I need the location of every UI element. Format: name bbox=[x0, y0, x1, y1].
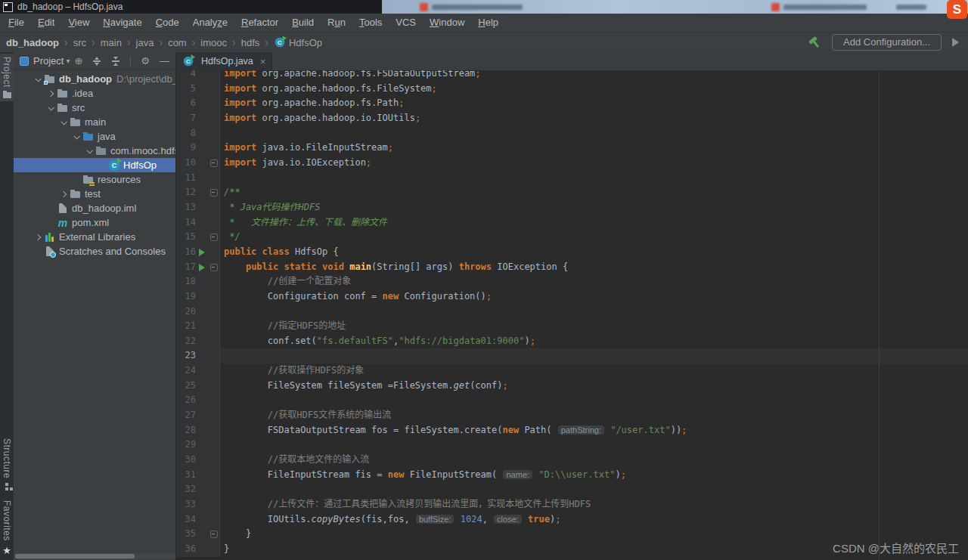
code-text[interactable]: IOUtils.copyBytes(fis,fos, buffSize: 102… bbox=[220, 512, 968, 528]
code-line-13[interactable]: 13 * Java代码操作HDFS bbox=[176, 200, 968, 215]
code-line-23[interactable]: 23 bbox=[176, 348, 968, 364]
code-line-10[interactable]: 10import java.io.IOException; bbox=[176, 156, 968, 171]
menu-item-code[interactable]: Code bbox=[149, 14, 186, 32]
hscrollbar-thumb[interactable] bbox=[15, 554, 135, 558]
fold-marker-icon[interactable] bbox=[208, 527, 220, 542]
menu-item-analyze[interactable]: Analyze bbox=[186, 14, 234, 32]
code-text[interactable] bbox=[220, 482, 968, 497]
tree-item-db-hadoop-iml[interactable]: db_hadoop.iml bbox=[14, 201, 175, 215]
stripe-project-tab[interactable]: Project bbox=[0, 54, 14, 101]
code-line-11[interactable]: 11 bbox=[176, 171, 968, 186]
code-line-25[interactable]: 25 FileSystem fileSystem =FileSystem.get… bbox=[176, 379, 968, 394]
breadcrumb-item-java[interactable]: java bbox=[136, 37, 154, 48]
code-line-20[interactable]: 20 bbox=[176, 305, 968, 320]
run-icon[interactable] bbox=[952, 38, 959, 47]
code-text[interactable] bbox=[220, 126, 968, 141]
fold-marker-icon[interactable] bbox=[208, 185, 220, 200]
code-text[interactable]: import java.io.IOException; bbox=[220, 156, 968, 171]
expand-all-icon[interactable] bbox=[92, 57, 101, 66]
close-tab-icon[interactable]: × bbox=[260, 57, 266, 67]
code-text[interactable]: conf.set("fs.defaultFS","hdfs://bigdata0… bbox=[220, 334, 968, 349]
code-text[interactable]: import org.apache.hadoop.fs.FSDataOutput… bbox=[220, 70, 968, 82]
code-line-16[interactable]: 16public class HdfsOp { bbox=[176, 245, 968, 260]
tab-hdfsop-java[interactable]: C HdfsOp.java × bbox=[176, 52, 272, 70]
code-line-19[interactable]: 19 Configuration conf = new Configuratio… bbox=[176, 289, 968, 305]
tree-item-src[interactable]: src bbox=[14, 101, 175, 115]
code-line-28[interactable]: 28 FSDataOutputStream fos = fileSystem.c… bbox=[176, 423, 968, 438]
tree-item-java[interactable]: java bbox=[14, 129, 175, 144]
code-text[interactable]: //指定HDFS的地址 bbox=[220, 319, 968, 334]
chevron-down-icon[interactable] bbox=[32, 77, 44, 82]
code-line-12[interactable]: 12/** bbox=[176, 185, 968, 200]
code-line-27[interactable]: 27 //获取HDFS文件系统的输出流 bbox=[176, 408, 968, 423]
fold-marker-icon[interactable] bbox=[208, 156, 220, 171]
code-text[interactable]: FileSystem fileSystem =FileSystem.get(co… bbox=[220, 379, 968, 394]
code-text[interactable]: import java.io.FileInputStream; bbox=[220, 141, 968, 156]
build-hammer-icon[interactable] bbox=[806, 33, 824, 51]
breadcrumb-item-com[interactable]: com bbox=[168, 37, 187, 48]
breadcrumb-item-src[interactable]: src bbox=[73, 37, 86, 48]
code-line-30[interactable]: 30 //获取本地文件的输入流 bbox=[176, 453, 968, 468]
menu-item-navigate[interactable]: Navigate bbox=[96, 14, 148, 32]
code-line-8[interactable]: 8 bbox=[176, 126, 968, 141]
code-text[interactable]: //获取操作HDFS的对象 bbox=[220, 364, 968, 379]
code-line-29[interactable]: 29 bbox=[176, 438, 968, 453]
code-text[interactable]: * 文件操作：上传、下载、删除文件 bbox=[220, 215, 968, 230]
code-text[interactable]: /** bbox=[220, 185, 968, 200]
editor-body[interactable]: 4import org.apache.hadoop.fs.FSDataOutpu… bbox=[176, 70, 968, 560]
code-line-22[interactable]: 22 conf.set("fs.defaultFS","hdfs://bigda… bbox=[176, 334, 968, 349]
project-panel-title[interactable]: Project bbox=[33, 55, 64, 67]
breadcrumb-item-hdfs[interactable]: hdfs bbox=[241, 37, 260, 48]
menu-item-run[interactable]: Run bbox=[321, 14, 352, 32]
menu-item-vcs[interactable]: VCS bbox=[389, 14, 423, 32]
code-line-26[interactable]: 26 bbox=[176, 393, 968, 408]
breadcrumb-item-imooc[interactable]: imooc bbox=[200, 37, 227, 48]
code-text[interactable] bbox=[220, 305, 968, 320]
code-line-15[interactable]: 15 */ bbox=[176, 230, 968, 245]
code-text[interactable]: public static void main(String[] args) t… bbox=[220, 260, 968, 275]
code-text[interactable]: FSDataOutputStream fos = fileSystem.crea… bbox=[220, 423, 968, 438]
chevron-down-icon[interactable] bbox=[45, 106, 57, 110]
code-line-14[interactable]: 14 * 文件操作：上传、下载、删除文件 bbox=[176, 215, 968, 230]
code-line-4[interactable]: 4import org.apache.hadoop.fs.FSDataOutpu… bbox=[176, 70, 968, 82]
menu-item-refactor[interactable]: Refactor bbox=[234, 14, 285, 32]
chevron-down-icon[interactable] bbox=[70, 135, 82, 139]
locate-file-icon[interactable]: ⊕ bbox=[74, 56, 82, 66]
code-text[interactable]: //创建一个配置对象 bbox=[220, 274, 968, 289]
code-text[interactable]: //获取本地文件的输入流 bbox=[220, 453, 968, 468]
code-text[interactable]: //上传文件：通过工具类把输入流拷贝到输出流里面，实现本地文件上传到HDFS bbox=[220, 497, 968, 512]
code-line-5[interactable]: 5import org.apache.hadoop.fs.FileSystem; bbox=[176, 82, 968, 97]
fold-marker-icon[interactable] bbox=[208, 230, 220, 245]
breadcrumb-item-hdfsop[interactable]: CHdfsOp bbox=[274, 36, 322, 48]
chevron-right-icon[interactable] bbox=[57, 192, 70, 196]
fold-marker-icon[interactable] bbox=[208, 260, 220, 275]
code-text[interactable] bbox=[220, 438, 968, 453]
tree-item-db-hadoop[interactable]: db_hadoopD:\project\db_hadoop bbox=[14, 72, 175, 86]
add-configuration-button[interactable]: Add Configuration... bbox=[832, 34, 942, 51]
code-line-31[interactable]: 31 FileInputStream fis = new FileInputSt… bbox=[176, 468, 968, 483]
menu-item-file[interactable]: File bbox=[2, 14, 31, 32]
code-text[interactable]: FileInputStream fis = new FileInputStrea… bbox=[220, 468, 968, 483]
code-text[interactable]: */ bbox=[220, 230, 968, 245]
code-line-34[interactable]: 34 IOUtils.copyBytes(fis,fos, buffSize: … bbox=[176, 512, 968, 528]
stripe-structure-tab[interactable]: Structure bbox=[0, 435, 14, 495]
project-tree-hscrollbar[interactable] bbox=[14, 553, 175, 559]
code-text[interactable]: //获取HDFS文件系统的输出流 bbox=[220, 408, 968, 423]
code-text[interactable]: import org.apache.hadoop.io.IOUtils; bbox=[220, 111, 968, 126]
tree-item-pom-xml[interactable]: mpom.xml bbox=[14, 215, 175, 230]
chevron-right-icon[interactable] bbox=[45, 91, 57, 96]
code-line-32[interactable]: 32 bbox=[176, 482, 968, 497]
code-line-18[interactable]: 18 //创建一个配置对象 bbox=[176, 274, 968, 289]
code-text[interactable] bbox=[220, 171, 968, 186]
tree-item-external-libraries[interactable]: External Libraries bbox=[14, 230, 175, 244]
code-text[interactable]: Configuration conf = new Configuration()… bbox=[220, 289, 968, 305]
tree-item-main[interactable]: main bbox=[14, 115, 175, 129]
code-text[interactable]: * Java代码操作HDFS bbox=[220, 200, 968, 215]
tree-item--idea[interactable]: .idea bbox=[14, 86, 175, 101]
code-text[interactable] bbox=[220, 348, 968, 364]
code-line-24[interactable]: 24 //获取操作HDFS的对象 bbox=[176, 364, 968, 379]
code-line-9[interactable]: 9import java.io.FileInputStream; bbox=[176, 141, 968, 156]
code-text[interactable] bbox=[220, 393, 968, 408]
menu-item-help[interactable]: Help bbox=[471, 14, 505, 32]
menu-item-view[interactable]: View bbox=[61, 14, 96, 32]
